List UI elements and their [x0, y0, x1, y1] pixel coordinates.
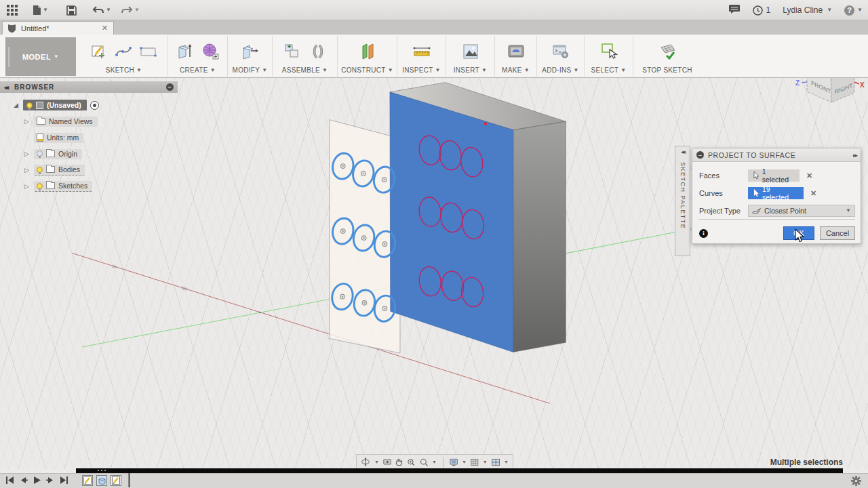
save-button[interactable]	[66, 3, 77, 17]
clear-faces-icon[interactable]: ✕	[806, 171, 812, 180]
timeline-bar	[0, 473, 868, 488]
project-type-dropdown[interactable]: Closest Point ▼	[748, 205, 855, 217]
visibility-bulb-icon[interactable]	[26, 102, 33, 108]
create-form-icon[interactable]	[201, 42, 220, 61]
browser-header[interactable]: ◂◂ BROWSER –	[0, 81, 178, 93]
faces-selection-chip[interactable]: 1 selected	[748, 169, 800, 182]
browser-row-units[interactable]: Units: mm	[34, 131, 83, 144]
extrude-icon[interactable]	[176, 42, 194, 61]
expand-triangle-icon[interactable]: ▷	[24, 183, 31, 190]
select-tool-icon[interactable]	[600, 42, 618, 61]
folder-icon	[37, 118, 45, 125]
press-pull-icon[interactable]	[241, 42, 260, 61]
sketch-palette-collapsed-tab[interactable]: ◂◂ SKETCH PALETTE	[675, 146, 690, 256]
zoom-window-icon[interactable]	[420, 457, 428, 468]
group-label[interactable]: INSERT	[454, 66, 479, 74]
activate-radio-icon[interactable]	[90, 101, 99, 110]
new-component-icon[interactable]	[283, 42, 302, 61]
help-menu[interactable]: ? ▼	[844, 5, 863, 16]
play-icon[interactable]	[33, 476, 41, 485]
group-label[interactable]: ASSEMBLE	[282, 66, 320, 74]
cancel-button[interactable]: Cancel	[820, 226, 855, 240]
collapse-all-icon[interactable]: –	[166, 83, 174, 91]
dialog-pin-icon[interactable]: ▸▸	[853, 152, 856, 159]
expand-triangle-icon[interactable]: ▷	[24, 167, 31, 174]
pan-icon[interactable]	[395, 457, 403, 467]
construct-plane-icon[interactable]	[359, 42, 376, 61]
measure-icon[interactable]	[412, 43, 431, 60]
file-menu-button[interactable]: ▼	[33, 3, 48, 17]
expanded-triangle-icon[interactable]: ◢	[14, 102, 20, 108]
orbit-caret-icon[interactable]: ▼	[374, 460, 379, 464]
dialog-collapse-icon[interactable]: –	[696, 151, 704, 159]
browser-row-bodies[interactable]: ▷ Bodies	[24, 164, 85, 176]
browser-row-sketches[interactable]: ▷ Sketches	[24, 180, 92, 192]
undo-button[interactable]: ▼	[92, 3, 111, 17]
skip-to-start-icon[interactable]	[5, 476, 14, 485]
display-caret-icon[interactable]: ▼	[462, 460, 467, 464]
expand-palette-icon[interactable]: ◂◂	[681, 148, 684, 155]
orbit-icon[interactable]	[361, 456, 370, 468]
app-grid-icon[interactable]	[7, 3, 18, 17]
step-back-icon[interactable]	[19, 476, 28, 485]
group-label[interactable]: MAKE	[502, 66, 522, 74]
skip-to-end-icon[interactable]	[60, 476, 68, 485]
sketch-palette-label: SKETCH PALETTE	[679, 162, 686, 229]
3d-viewport[interactable]: 50 100 150	[0, 78, 868, 469]
close-tab-icon[interactable]: ✕	[102, 24, 108, 33]
redo-button[interactable]: ▼	[121, 3, 140, 17]
collapse-panel-icon[interactable]: ◂◂	[4, 84, 7, 91]
spline-icon[interactable]	[115, 43, 132, 60]
expand-triangle-icon[interactable]: ▷	[24, 118, 31, 125]
browser-root-row[interactable]: ◢ (Unsaved)	[14, 99, 99, 111]
document-tab[interactable]: Untitled* ✕	[2, 21, 114, 35]
timeline-extrude-item[interactable]	[96, 475, 107, 486]
workspace-selector[interactable]: MODEL ▼	[5, 37, 76, 76]
folder-icon	[46, 182, 55, 189]
create-sketch-icon[interactable]	[90, 43, 108, 60]
timeline-sketch1-item[interactable]	[82, 475, 93, 486]
expand-triangle-icon[interactable]: ▷	[24, 150, 31, 157]
browser-row-named-views[interactable]: ▷ Named Views	[24, 115, 98, 127]
ribbon-group-assemble: ASSEMBLE▼	[273, 36, 338, 77]
job-status-button[interactable]: 1	[753, 5, 771, 16]
zoom-caret-icon[interactable]: ▼	[432, 460, 437, 464]
visibility-bulb-icon[interactable]	[37, 167, 43, 173]
visibility-bulb-icon[interactable]	[37, 183, 43, 189]
group-label[interactable]: MODIFY	[233, 66, 260, 74]
dialog-header[interactable]: – PROJECT TO SURFACE ▸▸	[692, 148, 861, 162]
grid-settings-icon[interactable]	[471, 458, 479, 467]
group-label[interactable]: INSPECT	[402, 66, 433, 74]
group-label[interactable]: SELECT	[591, 66, 619, 74]
clear-curves-icon[interactable]: ✕	[810, 189, 816, 198]
user-account-menu[interactable]: Lydia Cline ▼	[783, 5, 832, 15]
display-settings-icon[interactable]	[450, 458, 458, 467]
group-label[interactable]: ADD-INS	[542, 66, 571, 74]
viewports-caret-icon[interactable]: ▼	[504, 460, 509, 464]
group-label[interactable]: STOP SKETCH	[642, 66, 692, 74]
addins-scripts-icon[interactable]	[551, 43, 570, 60]
comments-icon[interactable]	[728, 4, 741, 16]
box-front-face-selected[interactable]	[390, 92, 513, 352]
curves-selection-chip[interactable]: 19 selected	[748, 187, 804, 199]
info-icon[interactable]: i	[699, 229, 708, 238]
viewports-icon[interactable]	[492, 458, 500, 467]
make-3dprint-icon[interactable]	[507, 43, 525, 60]
step-forward-icon[interactable]	[46, 476, 55, 485]
look-at-icon[interactable]	[383, 458, 391, 466]
timeline-sketch2-item[interactable]	[111, 475, 121, 486]
insert-image-icon[interactable]	[462, 43, 479, 60]
box-right-face[interactable]	[513, 121, 566, 352]
timeline-settings-gear-icon[interactable]	[851, 476, 861, 486]
group-label[interactable]: CONSTRUCT	[341, 66, 385, 74]
stop-sketch-icon[interactable]	[657, 42, 677, 61]
browser-row-origin[interactable]: ▷ Origin	[24, 148, 82, 160]
group-label[interactable]: CREATE	[180, 66, 208, 74]
grid-caret-icon[interactable]: ▼	[483, 460, 488, 464]
rectangle-tool-icon[interactable]	[139, 43, 158, 60]
joint-icon[interactable]	[309, 43, 327, 60]
zoom-icon[interactable]	[407, 457, 415, 468]
group-label[interactable]: SKETCH	[106, 66, 134, 74]
body-box[interactable]	[390, 83, 566, 352]
visibility-bulb-off-icon[interactable]	[37, 150, 43, 157]
